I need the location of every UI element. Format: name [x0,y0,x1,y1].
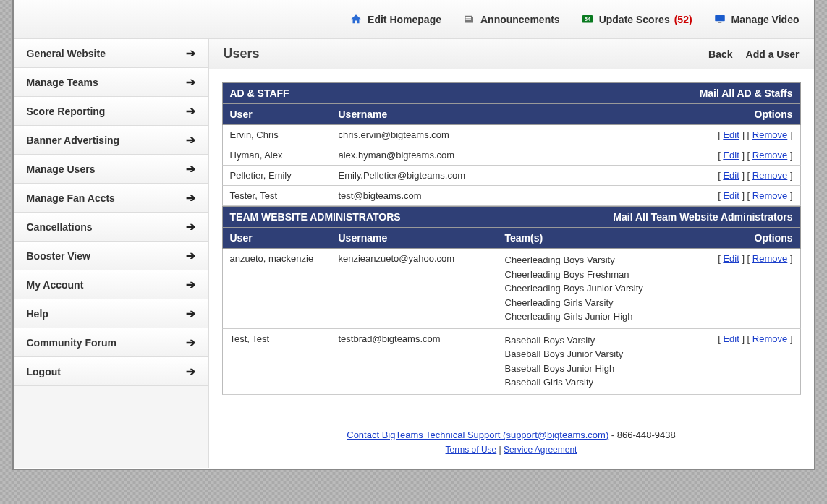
sidebar-item-logout[interactable]: Logout➔ [14,357,208,386]
group-title: TEAM WEBSITE ADMINISTRATORS [230,211,401,223]
sidebar-item-score-reporting[interactable]: Score Reporting➔ [14,97,208,126]
cell-username: Emily.Pelletier@bigteams.com [339,170,505,181]
column-header-team-admins: User Username Team(s) Options [222,228,801,249]
main-panel: Users Back Add a User AD & STAFF Mail Al… [209,39,814,468]
arrow-right-icon: ➔ [186,220,195,234]
arrow-right-icon: ➔ [186,191,195,205]
remove-link[interactable]: Remove [752,253,787,264]
remove-link[interactable]: Remove [752,150,787,161]
cell-teams: Cheerleading Boys VarsityCheerleading Bo… [505,253,670,324]
sidebar-item-my-account[interactable]: My Account➔ [14,270,208,299]
mail-all-team-admins-link[interactable]: Mail All Team Website Administrators [613,211,792,223]
manage-video-link[interactable]: Manage Video [713,13,800,26]
sidebar-item-label: Manage Teams [27,77,98,88]
edit-homepage-link[interactable]: Edit Homepage [349,13,441,26]
cell-user: Tester, Test [230,190,339,201]
back-link[interactable]: Back [708,48,732,60]
cell-teams: Baseball Boys VarsityBaseball Boys Junio… [505,333,670,390]
service-agreement-link[interactable]: Service Agreement [504,445,577,455]
sidebar-item-manage-fan-accts[interactable]: Manage Fan Accts➔ [14,184,208,213]
arrow-right-icon: ➔ [186,307,195,320]
arrow-right-icon: ➔ [186,75,195,89]
sidebar-item-label: Help [27,308,48,320]
announcements-label: Announcements [480,14,560,25]
team-name: Baseball Boys Varsity [505,333,670,348]
arrow-right-icon: ➔ [186,46,195,60]
sidebar-item-manage-users[interactable]: Manage Users➔ [14,155,208,184]
cell-options: [ Edit ] [ Remove ] [670,150,793,161]
edit-link[interactable]: Edit [723,129,739,140]
table-row: Tester, Testtest@bigteams.com[ Edit ] [ … [222,186,801,206]
cell-user: anzueto, mackenzie [230,253,339,264]
remove-link[interactable]: Remove [752,333,787,344]
remove-link[interactable]: Remove [752,129,787,140]
edit-link[interactable]: Edit [723,150,739,161]
team-name: Cheerleading Boys Junior Varsity [505,281,670,296]
sidebar-item-community-forum[interactable]: Community Forum➔ [14,328,208,357]
edit-link[interactable]: Edit [723,253,739,264]
sidebar-item-label: Banner Advertising [27,134,120,146]
col-options: Options [670,108,793,120]
sidebar-item-label: Manage Fan Accts [27,192,115,204]
svg-rect-3 [718,22,721,23]
mail-all-ad-staff-link[interactable]: Mail All AD & Staffs [700,87,793,99]
contact-support-link[interactable]: Contact BigTeams Technical Support (supp… [347,430,608,440]
edit-link[interactable]: Edit [723,190,739,201]
team-name: Cheerleading Boys Varsity [505,253,670,268]
arrow-right-icon: ➔ [186,162,195,176]
cell-options: [ Edit ] [ Remove ] [670,190,793,201]
group-title: AD & STAFF [230,87,289,99]
update-scores-link[interactable]: 54 Update Scores (52) [580,13,692,26]
remove-link[interactable]: Remove [752,190,787,201]
topbar: Edit Homepage Announcements 54 Update Sc… [14,0,814,39]
sidebar-item-cancellations[interactable]: Cancellations➔ [14,213,208,242]
team-name: Baseball Boys Junior Varsity [505,347,670,362]
cell-options: [ Edit ] [ Remove ] [670,170,793,181]
col-spacer [505,108,670,120]
sidebar-item-manage-teams[interactable]: Manage Teams➔ [14,68,208,97]
sidebar-item-label: Cancellations [27,221,93,233]
arrow-right-icon: ➔ [186,364,195,378]
edit-link[interactable]: Edit [723,170,739,181]
col-username: Username [339,108,505,120]
cell-options: [ Edit ] [ Remove ] [670,253,793,264]
sidebar-item-banner-advertising[interactable]: Banner Advertising➔ [14,126,208,155]
sidebar-item-help[interactable]: Help➔ [14,299,208,328]
scoreboard-icon: 54 [580,13,595,26]
cell-user: Pelletier, Emily [230,170,339,181]
sidebar-item-booster-view[interactable]: Booster View➔ [14,242,208,270]
table-row: Ervin, Chrischris.ervin@bigteams.com[ Ed… [222,125,801,145]
monitor-icon [713,13,727,26]
team-name: Baseball Girls Varsity [505,375,670,390]
cell-username: chris.ervin@bigteams.com [339,129,505,140]
sidebar-item-label: Community Forum [27,337,116,349]
sidebar-item-label: General Website [27,48,106,59]
col-user: User [230,232,339,244]
sidebar-item-general-website[interactable]: General Website➔ [14,39,208,68]
update-scores-label: Update Scores [599,14,670,25]
sidebar-item-label: My Account [27,279,84,291]
arrow-right-icon: ➔ [186,249,195,262]
table-row: Hyman, Alexalex.hyman@bigteams.com[ Edit… [222,145,801,166]
cell-username: alex.hyman@bigteams.com [339,150,505,161]
table-row: Test, Testtestbrad@bigteams.comBaseball … [222,329,801,395]
team-name: Baseball Boys Junior High [505,362,670,376]
add-user-link[interactable]: Add a User [746,48,800,60]
announcements-link[interactable]: Announcements [462,13,560,26]
update-scores-count: (52) [674,14,692,25]
col-teams: Team(s) [505,232,670,244]
col-username: Username [339,232,505,244]
edit-link[interactable]: Edit [723,333,739,344]
arrow-right-icon: ➔ [186,104,195,118]
support-phone: - 866-448-9438 [611,430,676,440]
manage-video-label: Manage Video [731,14,800,25]
sidebar-item-label: Booster View [27,250,90,262]
team-name: Cheerleading Girls Varsity [505,296,670,310]
terms-of-use-link[interactable]: Terms of Use [446,445,497,455]
arrow-right-icon: ➔ [186,133,195,147]
remove-link[interactable]: Remove [752,170,787,181]
group-header-team-admins: TEAM WEBSITE ADMINISTRATORS Mail All Tea… [222,206,801,228]
arrow-right-icon: ➔ [186,336,195,349]
cell-username: testbrad@bigteams.com [339,333,505,344]
sidebar-item-label: Manage Users [27,163,96,175]
